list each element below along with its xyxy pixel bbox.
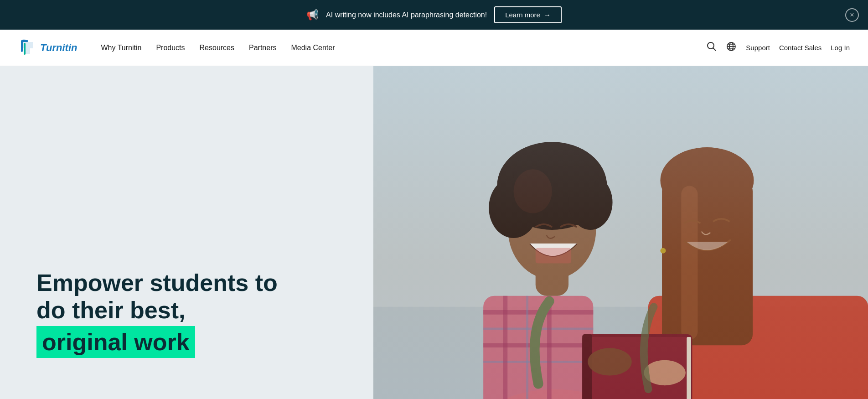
announcement-bar: 📢 AI writing now includes AI paraphrasin…	[0, 0, 868, 30]
hero-highlight: original work	[36, 326, 195, 358]
announcement-text: AI writing now includes AI paraphrasing …	[326, 11, 487, 19]
hero-heading-line1: Empower students to	[36, 269, 398, 297]
hero-heading: Empower students to do their best, origi…	[36, 269, 398, 358]
learn-more-label: Learn more	[505, 11, 540, 19]
svg-line-2	[713, 48, 716, 51]
nav-log-in[interactable]: Log In	[831, 44, 850, 52]
nav-products[interactable]: Products	[150, 40, 190, 56]
megaphone-icon: 📢	[306, 9, 319, 21]
hero-highlight-text: original work	[42, 329, 190, 355]
learn-more-arrow: →	[544, 11, 551, 19]
nav-support[interactable]: Support	[746, 44, 770, 52]
nav-resources[interactable]: Resources	[194, 40, 240, 56]
students-overlay	[373, 66, 868, 399]
navbar-links: Why Turnitin Products Resources Partners…	[95, 40, 340, 56]
students-background	[373, 66, 868, 399]
navbar: Turnitin Why Turnitin Products Resources…	[0, 30, 868, 66]
logo-text: Turnitin	[40, 42, 77, 54]
close-announcement-button[interactable]: ×	[845, 8, 859, 22]
hero-heading-line2: do their best,	[36, 297, 398, 324]
logo-link[interactable]: Turnitin	[18, 38, 77, 57]
nav-contact-sales[interactable]: Contact Sales	[779, 44, 822, 52]
close-icon: ×	[850, 11, 854, 19]
search-icon[interactable]	[707, 41, 717, 54]
hero-content: Empower students to do their best, origi…	[0, 66, 434, 399]
navbar-left: Turnitin Why Turnitin Products Resources…	[18, 38, 341, 57]
nav-why-turnitin[interactable]: Why Turnitin	[95, 40, 147, 56]
nav-partners[interactable]: Partners	[243, 40, 282, 56]
navbar-right: Support Contact Sales Log In	[707, 41, 850, 55]
nav-media-center[interactable]: Media Center	[285, 40, 340, 56]
globe-icon[interactable]	[726, 41, 737, 55]
hero-section: Empower students to do their best, origi…	[0, 66, 868, 399]
learn-more-button[interactable]: Learn more →	[494, 6, 562, 23]
hero-image	[373, 66, 868, 399]
turnitin-logo-svg	[18, 38, 37, 57]
